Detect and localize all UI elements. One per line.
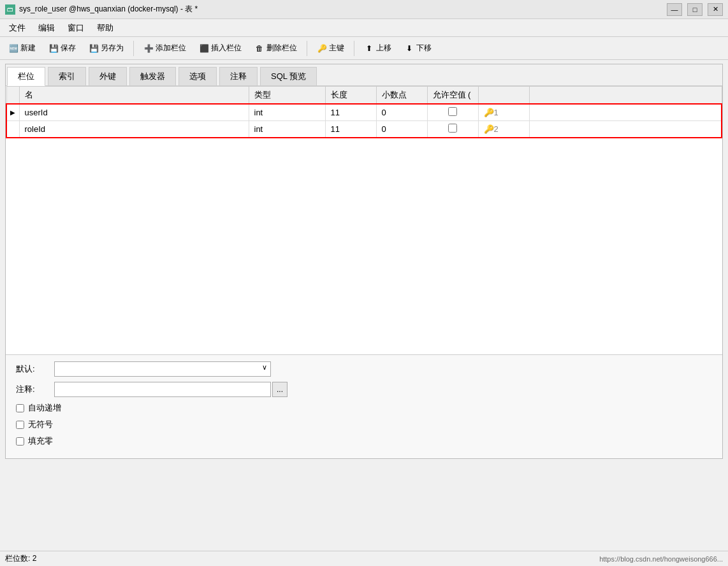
separator-1 [133,41,134,56]
row-arrow-0: ▶ [6,104,19,121]
row-key-0: 🔑1 [478,104,529,121]
separator-2 [307,41,307,56]
header-length: 长度 [325,87,376,105]
table-row[interactable]: roleId int 11 0 🔑2 [6,121,722,138]
header-name: 名 [19,87,249,105]
primarykey-button[interactable]: 🔑 主键 [311,40,350,57]
header-scroll-space [529,87,722,105]
unsigned-checkbox[interactable] [16,421,24,429]
comment-row: 注释: ... [16,382,712,397]
row-key-1: 🔑2 [478,121,529,138]
tab-bar: 栏位 索引 外键 触发器 选项 注释 SQL 预览 [6,64,722,86]
menu-file[interactable]: 文件 [3,20,32,36]
row-nullable-0[interactable] [427,104,478,121]
row-type-1[interactable]: int [249,121,325,138]
field-count: 栏位数: 2 [5,553,36,564]
comment-input[interactable] [54,382,271,397]
row-decimal-0[interactable]: 0 [376,104,427,121]
row-decimal-1[interactable]: 0 [376,121,427,138]
new-button[interactable]: 🆕 新建 [3,40,41,57]
header-type: 类型 [249,87,325,105]
titlebar: 🗃 sys_role_user @hws_quanxian (docker-my… [0,0,728,19]
default-select[interactable] [54,361,271,377]
columns-table: 名 类型 长度 小数点 允许空值 ( ▶ userId int 11 0 🔑1 … [6,86,722,138]
bottom-panel: 默认: 注释: ... 自动递增 无符号 填充零 [6,354,722,458]
app-icon: 🗃 [5,4,15,15]
zerofill-row: 填充零 [16,435,712,447]
tab-foreignkey[interactable]: 外键 [89,67,127,85]
tab-columns[interactable]: 栏位 [7,67,45,86]
unsigned-row: 无符号 [16,419,712,430]
table-header-row: 名 类型 长度 小数点 允许空值 ( [6,87,722,105]
tab-index[interactable]: 索引 [48,67,86,85]
row-name-1[interactable]: roleId [19,121,249,138]
row-length-0[interactable]: 11 [325,104,376,121]
minimize-button[interactable]: — [667,3,682,16]
autoincrement-row: 自动递增 [16,402,712,414]
table-area: 名 类型 长度 小数点 允许空值 ( ▶ userId int 11 0 🔑1 … [6,86,722,354]
zerofill-label: 填充零 [28,435,53,447]
default-select-wrapper [54,361,271,377]
autoincrement-checkbox[interactable] [16,404,24,412]
url-label: https://blog.csdn.net/hongweisong666... [599,555,723,563]
default-row: 默认: [16,361,712,377]
header-key [478,87,529,105]
row-nullable-1[interactable] [427,121,478,138]
moveup-icon: ⬆ [364,43,374,54]
addcol-icon: ➕ [143,43,154,54]
tab-comment[interactable]: 注释 [219,67,258,85]
addcol-button[interactable]: ➕ 添加栏位 [138,40,192,57]
save-button[interactable]: 💾 保存 [43,40,82,57]
tab-sqlpreview[interactable]: SQL 预览 [260,67,317,85]
movedown-button[interactable]: ⬇ 下移 [398,40,437,57]
tab-options[interactable]: 选项 [178,67,217,85]
tab-trigger[interactable]: 触发器 [129,67,176,85]
deletecol-button[interactable]: 🗑 删除栏位 [249,40,303,57]
separator-3 [354,41,354,56]
window-controls: — □ ✕ [667,3,723,16]
primarykey-icon: 🔑 [317,43,327,54]
header-decimal: 小数点 [376,87,427,105]
deletecol-icon: 🗑 [254,43,265,54]
row-length-1[interactable]: 11 [325,121,376,138]
statusbar: 栏位数: 2 https://blog.csdn.net/hongweisong… [0,551,728,566]
comment-label: 注释: [16,384,54,395]
movedown-icon: ⬇ [404,43,414,54]
save-icon: 💾 [48,43,59,54]
toolbar: 🆕 新建 💾 保存 💾 另存为 ➕ 添加栏位 ⬛ 插入栏位 🗑 删除栏位 🔑 主… [0,37,728,60]
zerofill-checkbox[interactable] [16,437,24,446]
moveup-button[interactable]: ⬆ 上移 [358,40,397,57]
maximize-button[interactable]: □ [687,3,703,16]
menu-edit[interactable]: 编辑 [32,20,61,36]
insertcol-icon: ⬛ [199,43,209,54]
dots-button[interactable]: ... [272,382,288,397]
saveas-icon: 💾 [89,43,99,54]
menu-window[interactable]: 窗口 [61,20,91,36]
table-row[interactable]: ▶ userId int 11 0 🔑1 [6,104,722,121]
close-button[interactable]: ✕ [708,3,723,16]
header-nullable: 允许空值 ( [427,87,478,105]
row-type-0[interactable]: int [249,104,325,121]
new-icon: 🆕 [8,43,18,54]
header-arrow [6,87,19,105]
table-scroll[interactable]: 名 类型 长度 小数点 允许空值 ( ▶ userId int 11 0 🔑1 … [6,86,722,354]
insertcol-button[interactable]: ⬛ 插入栏位 [193,40,247,57]
row-name-0[interactable]: userId [19,104,249,121]
main-panel: 栏位 索引 外键 触发器 选项 注释 SQL 预览 [5,64,723,459]
menu-help[interactable]: 帮助 [91,20,120,36]
autoincrement-label: 自动递增 [28,402,61,414]
unsigned-label: 无符号 [28,419,53,430]
row-arrow-1 [6,121,19,138]
menubar: 文件 编辑 窗口 帮助 [0,19,728,37]
default-label: 默认: [16,363,54,375]
window-title: sys_role_user @hws_quanxian (docker-mysq… [19,4,667,15]
saveas-button[interactable]: 💾 另存为 [83,40,129,57]
